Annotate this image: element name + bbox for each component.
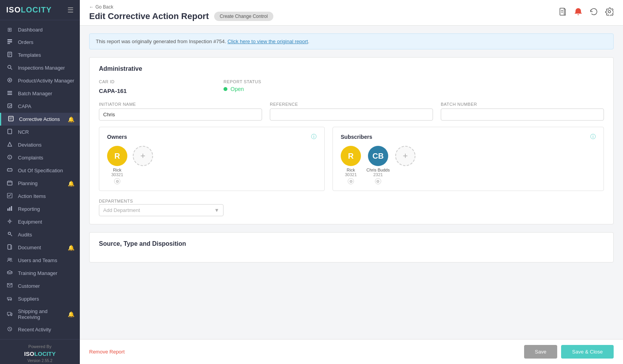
- svg-rect-0: [7, 39, 12, 40]
- sidebar-item-complaints[interactable]: Complaints: [0, 151, 80, 164]
- owners-info-icon[interactable]: ⓘ: [311, 133, 317, 140]
- owner-rick-name: Rick: [113, 168, 121, 172]
- audits-icon: [5, 231, 14, 238]
- subscribers-box: Subscribers ⓘ R Rick 30321 ⚙: [333, 127, 604, 191]
- svg-point-43: [11, 315, 12, 315]
- svg-rect-30: [7, 208, 9, 211]
- subscriber-rick-avatar[interactable]: R: [341, 146, 361, 166]
- owner-rick-id: 30321: [111, 172, 123, 177]
- owners-header: Owners ⓘ: [107, 133, 317, 140]
- status-text: Open: [231, 86, 244, 92]
- shipping-bell-icon: 🔔: [68, 311, 74, 317]
- sidebar-item-deviations[interactable]: Deviations: [0, 138, 80, 151]
- sidebar-item-templates[interactable]: Templates: [0, 49, 80, 61]
- initiator-reference-batch-row: Initiator Name Reference Batch Number: [99, 102, 604, 121]
- svg-rect-13: [7, 94, 12, 95]
- sidebar-item-equipment[interactable]: Equipment: [0, 215, 80, 228]
- sidebar-item-batch-manager[interactable]: Batch Manager: [0, 87, 80, 100]
- subscriber-cb-initials: CB: [373, 152, 384, 161]
- sidebar-item-ncr[interactable]: NCR: [0, 126, 80, 138]
- sidebar-item-audits[interactable]: Audits: [0, 228, 80, 241]
- sidebar-nav: ⊞ Dashboard Orders Templates Inspections…: [0, 20, 80, 339]
- svg-rect-41: [7, 312, 11, 315]
- batch-number-input[interactable]: [441, 108, 604, 121]
- source-type-title: Source, Type and Disposition: [99, 240, 604, 247]
- back-arrow-icon: ←: [89, 4, 94, 10]
- hamburger-icon[interactable]: ☰: [67, 6, 74, 14]
- sidebar-item-inspections-manager[interactable]: Inspections Manager: [0, 61, 80, 74]
- history-icon[interactable]: [590, 7, 598, 18]
- departments-select[interactable]: Add Department ▼: [99, 204, 224, 216]
- owner-rick-remove[interactable]: ⚙: [114, 178, 120, 184]
- page-title-row: Edit Corrective Action Report Create Cha…: [89, 11, 558, 21]
- sidebar-item-planning[interactable]: Planning 🔔: [0, 177, 80, 190]
- banner-text: This report was originally generated fro…: [96, 38, 226, 44]
- action-buttons: Save Save & Close: [524, 345, 614, 359]
- svg-rect-15: [9, 116, 13, 121]
- sidebar-item-out-of-specification[interactable]: Out Of Specification: [0, 164, 80, 177]
- subscriber-rick-name: Rick: [347, 168, 355, 172]
- svg-point-38: [10, 258, 12, 260]
- svg-point-37: [8, 258, 10, 260]
- svg-rect-32: [11, 206, 12, 211]
- svg-rect-25: [7, 181, 12, 185]
- sidebar-item-action-items[interactable]: Action Items: [0, 190, 80, 203]
- departments-label: Departments: [99, 199, 133, 203]
- svg-line-8: [11, 68, 12, 70]
- sidebar-item-dashboard[interactable]: ⊞ Dashboard: [0, 23, 80, 36]
- sidebar-item-users-teams[interactable]: Users and Teams: [0, 254, 80, 267]
- save-button[interactable]: Save: [524, 345, 558, 359]
- svg-point-7: [8, 65, 11, 68]
- training-icon: [5, 270, 14, 276]
- sidebar-item-recent-activity[interactable]: Recent Activity: [0, 323, 80, 336]
- car-id-group: CAR ID CAPA-161: [99, 79, 216, 96]
- add-subscriber-button[interactable]: +: [395, 146, 415, 166]
- sidebar-item-reporting[interactable]: Reporting: [0, 203, 80, 215]
- sidebar-item-capa[interactable]: CAPA: [0, 100, 80, 113]
- sidebar-item-corrective-actions[interactable]: Corrective Actions 🔔: [0, 113, 80, 126]
- sidebar-item-orders[interactable]: Orders: [0, 36, 80, 49]
- initiator-name-input[interactable]: [99, 108, 262, 121]
- create-change-control-button[interactable]: Create Change Control: [214, 12, 273, 21]
- sidebar-item-document[interactable]: Document 🔔: [0, 241, 80, 254]
- settings-icon[interactable]: [605, 7, 614, 18]
- subscriber-cb-avatar[interactable]: CB: [368, 146, 388, 166]
- sidebar-item-shipping-receiving[interactable]: Shipping and Receiving 🔔: [0, 305, 80, 323]
- owner-rick-avatar[interactable]: R: [107, 146, 127, 166]
- sidebar-item-suppliers[interactable]: Suppliers: [0, 292, 80, 305]
- banner-link[interactable]: Click here to view the original report: [227, 38, 308, 44]
- deviations-icon: [5, 142, 14, 148]
- footer-version: Version 2.55.2: [5, 359, 75, 363]
- svg-point-40: [11, 299, 12, 301]
- subscriber-rick-remove[interactable]: ⚙: [348, 178, 354, 184]
- source-type-section: Source, Type and Disposition: [89, 232, 614, 262]
- sidebar-item-training-manager[interactable]: Training Manager: [0, 267, 80, 280]
- svg-rect-12: [7, 93, 12, 93]
- subscriber-cb-remove[interactable]: ⚙: [375, 178, 381, 184]
- subscribers-avatars-row: R Rick 30321 ⚙ CB Chris Budds 2321: [341, 146, 596, 184]
- owners-box: Owners ⓘ R Rick 30321 ⚙ +: [99, 127, 325, 191]
- car-status-row: CAR ID CAPA-161 Report Status Open: [99, 79, 604, 96]
- capa-icon: [5, 103, 14, 110]
- subscribers-info-icon[interactable]: ⓘ: [590, 133, 596, 140]
- document-topbar-icon[interactable]: [558, 7, 567, 18]
- reference-input[interactable]: [270, 108, 433, 121]
- svg-line-35: [11, 234, 12, 236]
- sidebar-item-product-activity[interactable]: Product/Activity Manager: [0, 74, 80, 87]
- owner-rick-wrap: R Rick 30321 ⚙: [107, 146, 127, 184]
- subscriber-rick-wrap: R Rick 30321 ⚙: [341, 146, 361, 184]
- notifications-bell-icon[interactable]: [574, 7, 583, 18]
- sidebar-footer: Powered By ISOLOCITY Version 2.55.2 ? ▶ …: [0, 339, 80, 364]
- svg-point-10: [9, 79, 11, 81]
- topbar-right: [558, 7, 614, 18]
- bottom-bar: Remove Report Save Save & Close: [80, 339, 623, 364]
- remove-report-button[interactable]: Remove Report: [89, 349, 125, 355]
- svg-rect-45: [560, 8, 564, 15]
- topbar: ← Go Back Edit Corrective Action Report …: [80, 0, 623, 26]
- svg-point-42: [8, 315, 9, 315]
- add-owner-button[interactable]: +: [133, 146, 153, 166]
- go-back-link[interactable]: ← Go Back: [89, 4, 558, 10]
- save-close-button[interactable]: Save & Close: [561, 345, 614, 359]
- powered-by-text: Powered By: [5, 344, 75, 349]
- sidebar-item-customer[interactable]: Customer: [0, 280, 80, 292]
